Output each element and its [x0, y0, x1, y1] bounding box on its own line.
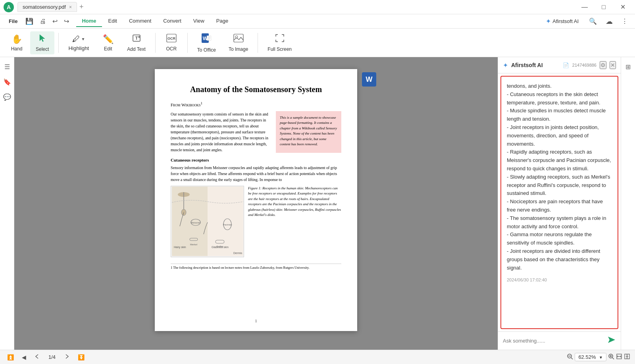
more-btn[interactable]: ⋮: [619, 16, 630, 27]
ai-chat-line-7: - The somatosensory system plays a role …: [507, 215, 606, 229]
title-bar: A somatosensory.pdf × + — □ ✕: [0, 0, 635, 14]
page-display: 1/4: [48, 354, 56, 360]
undo-btn[interactable]: ↩: [50, 16, 60, 27]
pdf-page: W Anatomy of the Somatosensory System Fr…: [155, 69, 357, 331]
to-office-icon: W: [201, 33, 212, 46]
last-page-btn[interactable]: ⏬: [75, 352, 87, 362]
nav-convert[interactable]: Convert: [158, 15, 187, 27]
ai-chat-line-1: - Cutaneous receptors in the skin detect…: [507, 91, 600, 106]
ai-chat-line-3: - Joint receptors in joints detect posit…: [507, 124, 599, 147]
ai-panel-close-btn[interactable]: ✕: [610, 61, 616, 69]
nav-view[interactable]: View: [188, 15, 210, 27]
ai-panel-doc-icon: 📄: [563, 62, 569, 68]
ai-panel-header: ✦ Afirstsoft AI 📄 2147469886 ⚙ ✕: [498, 57, 621, 73]
ai-send-btn[interactable]: [607, 336, 616, 346]
nav-items: Home Edit Comment Convert View Page: [76, 15, 234, 27]
to-image-label: To Image: [229, 46, 248, 52]
save-btn[interactable]: 💾: [23, 16, 36, 27]
ai-panel-title: Afirstsoft AI: [511, 62, 560, 68]
to-image-tool-btn[interactable]: To Image: [223, 31, 254, 54]
fit-width-btn[interactable]: [616, 353, 622, 361]
nav-page[interactable]: Page: [211, 15, 234, 27]
new-tab-btn[interactable]: +: [79, 3, 84, 11]
pdf-intro-text: Our somatosensory system consists of sen…: [171, 111, 271, 153]
highlight-arrow: ▼: [81, 37, 85, 41]
bottom-bar: ⏫ ◀ 1/4 ⏬ 62.52% ▼: [0, 350, 635, 364]
sidebar-menu-icon[interactable]: ☰: [1, 60, 13, 73]
edit-label: Edit: [104, 46, 112, 52]
edit-tool-btn[interactable]: ✏️ Edit: [96, 32, 120, 54]
svg-text:Dermis: Dermis: [233, 252, 242, 254]
ai-star-icon: ✦: [546, 17, 551, 25]
pdf-intro-body: Our somatosensory system consists of sen…: [171, 111, 271, 153]
pdf-viewer[interactable]: W Anatomy of the Somatosensory System Fr…: [14, 57, 498, 350]
highlight-top: 🖊 ▼: [72, 35, 85, 44]
maximize-btn[interactable]: □: [595, 1, 613, 13]
zoom-controls: 62.52% ▼: [567, 353, 630, 361]
pdf-two-col: Our somatosensory system consists of sen…: [171, 111, 341, 153]
to-image-icon: [233, 34, 244, 45]
print-btn[interactable]: 🖨: [37, 16, 48, 27]
pdf-from: From Wikibooks1: [171, 101, 341, 107]
ai-chat-line-2: - Muscle spindles in muscles detect musc…: [507, 108, 606, 122]
next-page-btn[interactable]: [62, 352, 72, 362]
select-tool-btn[interactable]: Select: [30, 31, 54, 54]
menu-bar: File 💾 🖨 ↩ ↪ Home Edit Comment Convert V…: [0, 14, 635, 29]
file-menu[interactable]: File: [5, 17, 21, 26]
cloud-btn[interactable]: ☁: [603, 15, 615, 27]
fit-page-btn[interactable]: [624, 353, 630, 361]
svg-text:OCR: OCR: [167, 37, 176, 40]
highlight-label: Highlight: [68, 45, 89, 51]
add-text-tool-btn[interactable]: T Add Text: [121, 31, 151, 54]
nav-comment[interactable]: Comment: [123, 15, 157, 27]
zoom-value-text: 62.52%: [578, 354, 596, 360]
nav-home[interactable]: Home: [76, 15, 102, 27]
hand-tool-btn[interactable]: ✋ Hand: [5, 32, 29, 54]
first-page-btn[interactable]: ⏫: [5, 352, 16, 362]
pdf-section-cutaneous: Cutaneous receptors: [171, 158, 341, 162]
zoom-in-btn[interactable]: [608, 353, 614, 361]
sidebar-comment-icon[interactable]: 💬: [1, 91, 13, 103]
pdf-pink-box: This is a sample document to showcase pa…: [276, 111, 341, 153]
redo-btn[interactable]: ↪: [62, 16, 71, 27]
menu-right: ✦ Afirstsoft AI 🔍 ☁ ⋮: [542, 15, 630, 27]
edit-icon: ✏️: [103, 34, 114, 44]
ai-assistant-btn[interactable]: ✦ Afirstsoft AI: [542, 16, 583, 27]
pdf-figure-caption: Figure 1: Receptors in the human skin: M…: [248, 186, 341, 257]
svg-text:Pacinian: Pacinian: [223, 223, 232, 226]
add-text-icon: T: [132, 34, 141, 45]
ocr-tool-btn[interactable]: OCR OCR: [160, 31, 183, 54]
sidebar-bookmark-icon[interactable]: 🔖: [1, 75, 13, 88]
to-office-label: To Office: [197, 47, 216, 53]
zoom-value[interactable]: 62.52% ▼: [575, 353, 606, 361]
word-float-btn[interactable]: W: [362, 72, 376, 87]
search-btn[interactable]: 🔍: [587, 16, 599, 27]
hand-icon: ✋: [12, 34, 22, 44]
zoom-out-btn[interactable]: [567, 353, 573, 361]
svg-text:Merkel: Merkel: [190, 243, 197, 246]
full-screen-tool-btn[interactable]: Full Screen: [262, 31, 297, 54]
toolbar-sep-3: [187, 33, 188, 53]
pdf-from-text: From Wikibooks: [171, 102, 201, 107]
ocr-label: OCR: [166, 46, 177, 52]
nav-edit[interactable]: Edit: [103, 15, 123, 27]
toolbar: ✋ Hand Select 🖊 ▼ Highlight ✏️ Edit T: [0, 29, 635, 57]
pdf-tab[interactable]: somatosensory.pdf ×: [17, 2, 77, 12]
to-office-tool-btn[interactable]: W To Office: [192, 31, 221, 55]
prev-page-btn[interactable]: ◀: [19, 352, 29, 362]
tab-close-btn[interactable]: ×: [69, 4, 72, 10]
ai-input-field[interactable]: [503, 338, 604, 344]
right-sidebar-icon-1[interactable]: ⊞: [622, 60, 635, 73]
ai-panel-gear-btn[interactable]: ⚙: [600, 61, 606, 69]
highlight-tool-btn[interactable]: 🖊 ▼ Highlight: [63, 32, 94, 54]
ai-label: Afirstsoft AI: [552, 18, 579, 24]
pdf-figure-img: Meissner Pacinian Hairy skin Glabrous sk…: [171, 186, 244, 257]
pdf-page-number: 1: [255, 319, 257, 323]
close-btn[interactable]: ✕: [614, 1, 632, 13]
minimize-btn[interactable]: —: [575, 1, 594, 13]
pdf-pink-box-text: This is a sample document to showcase pa…: [280, 116, 337, 146]
ocr-icon: OCR: [166, 34, 177, 44]
ai-chat-line-8: - Gamma motor neurons regulate the sensi…: [507, 231, 592, 246]
prev-page-btn-2[interactable]: [32, 352, 42, 362]
select-label: Select: [36, 46, 49, 52]
